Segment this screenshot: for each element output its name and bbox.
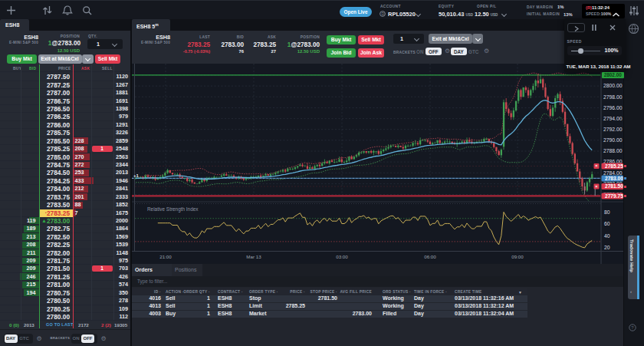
svg-text:2796.00: 2796.00 — [603, 104, 623, 110]
svg-text:2783.00: 2783.00 — [605, 175, 623, 180]
svg-text:+1: +1 — [133, 173, 140, 177]
svg-text:21:00: 21:00 — [159, 254, 172, 259]
svg-text:03:00: 03:00 — [336, 254, 348, 259]
svg-text:Mar 13: Mar 13 — [246, 254, 261, 259]
svg-text:40: 40 — [604, 232, 610, 238]
svg-text:2794.00: 2794.00 — [603, 115, 623, 120]
svg-text:Relative Strength Index: Relative Strength Index — [147, 206, 199, 213]
svg-text:?: ? — [631, 325, 634, 330]
svg-text:20: 20 — [604, 244, 610, 249]
svg-text:2781.50: 2781.50 — [605, 183, 623, 189]
svg-text:D: D — [381, 11, 384, 15]
svg-text:2784.00: 2784.00 — [603, 170, 623, 175]
svg-text:2798.00: 2798.00 — [603, 94, 623, 99]
svg-text:2779.75: 2779.75 — [605, 193, 623, 198]
svg-text:09:00: 09:00 — [511, 254, 524, 259]
svg-text:2785.25: 2785.25 — [605, 163, 623, 168]
svg-text:60: 60 — [604, 221, 610, 226]
svg-text:06:00: 06:00 — [424, 254, 436, 259]
svg-text:2792.00: 2792.00 — [603, 126, 623, 131]
svg-text:2800.00: 2800.00 — [603, 83, 623, 88]
svg-text:×: × — [595, 163, 597, 168]
svg-text:2790.00: 2790.00 — [603, 137, 623, 143]
svg-text:80: 80 — [604, 209, 610, 215]
svg-text:2788.00: 2788.00 — [603, 148, 623, 153]
svg-text:×: × — [595, 183, 597, 188]
